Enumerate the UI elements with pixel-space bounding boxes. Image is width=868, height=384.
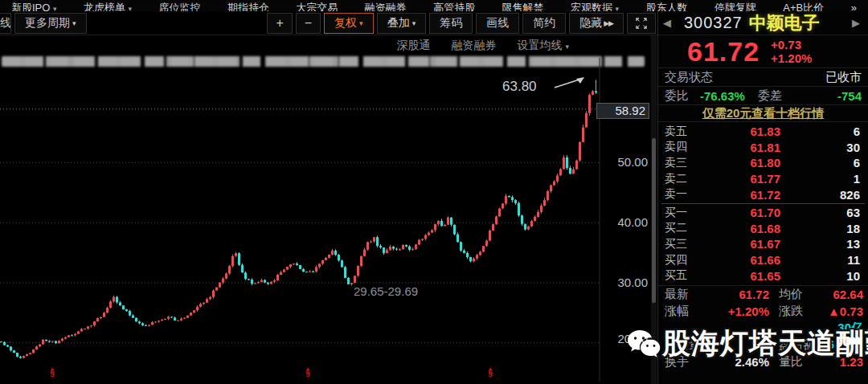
menu-item-futures-positions[interactable]: 期指持仓 [227, 0, 269, 11]
ask-row-2[interactable]: 卖二61.771 [658, 171, 868, 187]
menu-item-shareholder-count[interactable]: 股东人数 [646, 0, 688, 11]
promo-row: 仅需20元查看十档行情 [658, 104, 868, 121]
chevron-down-icon: ▾ [359, 19, 363, 27]
trading-status-row: 交易状态 已收市 [658, 67, 868, 86]
avg-price: 62.64 [819, 288, 863, 301]
zoom-in-button[interactable]: + [267, 13, 292, 34]
quote-stats: 最新61.72 均价62.64 涨幅+1.20% 涨跌▲0.73 30亿 盘后量… [658, 285, 868, 370]
more-periods-button[interactable]: 更多周期▾ [14, 13, 87, 34]
status-value: 已收市 [825, 70, 862, 85]
bid-row-5[interactable]: 买五61.6510 [658, 268, 868, 284]
amount-fragment: 30亿 [819, 321, 863, 336]
stats-row-turnover: 换手2.46% 量比1.23 [658, 353, 868, 370]
order-imbalance-row: 委比 -76.63% 委差 -754 [658, 86, 868, 104]
order-book-divider [661, 203, 865, 204]
menu-item-new-ipo[interactable]: 新股IPO ▾ [11, 0, 57, 11]
dividend-event-marker[interactable]: ▲§ [486, 366, 494, 376]
hide-panel-button[interactable]: 隐藏▶▶ [569, 13, 624, 34]
y-axis-label-50: 50.00 [600, 155, 648, 169]
peak-price-annotation: 63.80 [502, 79, 537, 95]
menu-item-macro-data[interactable]: 宏观数据 ▾ [571, 0, 619, 11]
y-axis-label-20: 20.00 [600, 332, 648, 345]
level2-promo-link[interactable]: 仅需20元查看十档行情 [702, 106, 825, 121]
latest-price: 61.72 [711, 288, 769, 301]
gap-price-annotation: 29.65-29.69 [354, 284, 418, 298]
price-row: 61.72 +0.73 +1.20% [658, 35, 868, 67]
change-pct: +1.20% [711, 304, 769, 318]
chart-toolbar: 线 更多周期▾ + − 复权▾ 叠加▾ 筹码 画线 简约 隐藏▶▶ [0, 11, 657, 35]
candlestick-plot [0, 35, 651, 384]
overlay-button[interactable]: 叠加▾ [377, 13, 427, 34]
last-price: 61.72 [687, 36, 760, 67]
menu-item-block-trades[interactable]: 大宗交易 [296, 0, 338, 11]
weibi-label: 委比 [665, 88, 689, 104]
ask-row-1[interactable]: 卖一61.72826 [658, 186, 868, 202]
stats-row-afterhours: 盘后量10 盘后额6.17万 [658, 337, 868, 353]
scrollbar-thumb[interactable] [652, 138, 656, 303]
chevron-down-icon: ▾ [72, 19, 76, 27]
bid-row-1[interactable]: 买一61.7063 [658, 205, 868, 221]
change-abs: ▲0.73 [819, 304, 863, 318]
stats-row-change: 涨幅+1.20% 涨跌▲0.73 [658, 303, 868, 320]
menu-item-executive-holdings[interactable]: 高管持股 [433, 0, 475, 11]
prev-stock-arrow[interactable]: ◀ [663, 17, 674, 29]
draw-line-button[interactable]: 画线 [476, 13, 519, 34]
stock-name: 中颖电子 [749, 11, 852, 35]
y-axis-label-30: 30.00 [600, 276, 648, 289]
status-label: 交易状态 [665, 70, 713, 85]
weicha-label: 委差 [758, 88, 782, 104]
zoom-out-button[interactable]: − [296, 13, 321, 34]
stats-row-volume-obscured: 30亿 [658, 320, 868, 337]
top-menu-bar: 新股IPO ▾ 龙虎榜单 ▾ 席位监控 期指持仓 大宗交易 融资融券 高管持股 … [0, 0, 868, 11]
afterhours-amount: 6.17万 [819, 337, 863, 353]
volume-ratio: 1.23 [819, 355, 863, 369]
quote-panel: ◀ 300327 中颖电子 ▶ 61.72 +0.73 +1.20% 交易状态 … [657, 11, 868, 384]
ask-row-4[interactable]: 卖四61.8130 [658, 140, 868, 156]
stock-header: ◀ 300327 中颖电子 ▶ [658, 11, 868, 35]
ask-row-5[interactable]: 卖五61.836 [658, 124, 868, 140]
fullscreen-button[interactable] [627, 13, 656, 34]
chip-distribution-button[interactable]: 筹码 [429, 13, 473, 34]
chevron-down-icon: ▾ [616, 5, 620, 11]
stats-row-latest: 最新61.72 均价62.64 [658, 286, 868, 303]
chevron-down-icon: ▾ [412, 19, 416, 27]
menu-item-lockup-expiry[interactable]: 限售解禁 [502, 0, 544, 11]
chevron-down-icon: ▾ [129, 5, 133, 11]
chart-scrollbar[interactable] [651, 35, 657, 384]
menu-overflow-arrow[interactable]: » [851, 0, 857, 11]
price-change-pct: +1.20% [771, 51, 812, 65]
menu-item-margin-trading[interactable]: 融资融券 [365, 0, 407, 11]
period-button-partial[interactable]: 线 [0, 13, 11, 34]
bid-row-2[interactable]: 买二61.6818 [658, 221, 868, 237]
next-stock-arrow[interactable]: ▶ [852, 17, 863, 29]
adjust-price-button[interactable]: 复权▾ [324, 13, 374, 34]
menu-item-ab-compare[interactable]: A+B比价 [783, 0, 824, 11]
y-axis-label-current: 58.92 [596, 103, 649, 119]
menu-item-halt-resume[interactable]: 停牌复牌 [714, 0, 756, 11]
weibi-value: -76.63% [700, 89, 745, 103]
price-change: +0.73 [771, 38, 812, 51]
fast-forward-icon: ▶▶ [604, 19, 613, 27]
menu-item-seat-monitor[interactable]: 席位监控 [159, 0, 201, 11]
menu-item-dragon-tiger[interactable]: 龙虎榜单 ▾ [84, 0, 132, 11]
bid-row-4[interactable]: 买四61.6611 [658, 252, 868, 268]
simple-mode-button[interactable]: 简约 [522, 13, 566, 34]
dividend-event-marker[interactable]: ▲§ [304, 366, 312, 376]
weicha-value: -754 [837, 89, 862, 103]
ask-row-3[interactable]: 卖三61.806 [658, 155, 868, 171]
dividend-event-marker[interactable]: ▲§ [48, 366, 56, 376]
turnover-rate: 2.46% [711, 355, 769, 369]
y-axis-label-40: 40.00 [600, 215, 648, 229]
chevron-down-icon: ▾ [53, 5, 57, 11]
order-book: 卖五61.836 卖四61.8130 卖三61.806 卖二61.771 卖一6… [658, 121, 868, 284]
afterhours-volume: 10 [711, 338, 769, 352]
bid-row-3[interactable]: 买三61.6713 [658, 236, 868, 252]
candlestick-chart-area[interactable]: 深股通 融资融券 设置均线 ▾ 58.92 50.00 40.00 30.00 … [0, 35, 651, 384]
stock-code: 300327 [684, 14, 743, 32]
fullscreen-icon [636, 18, 647, 29]
